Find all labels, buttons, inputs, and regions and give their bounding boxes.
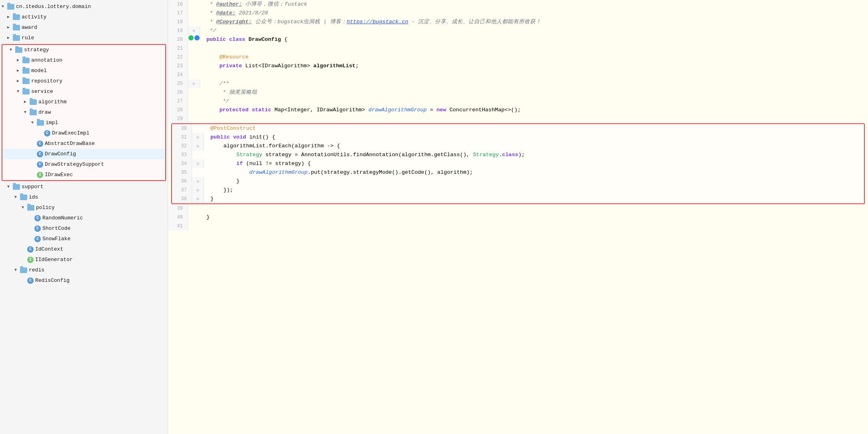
tree-label-DrawExecImpl: DrawExecImpl: [52, 129, 90, 138]
code-line-26: 26 * 抽奖策略组: [168, 88, 868, 97]
tree-item-impl[interactable]: impl: [2, 118, 165, 128]
tree-arrow: [24, 98, 30, 106]
tree-item-award[interactable]: award: [0, 22, 168, 33]
tree-item-policy[interactable]: policy: [0, 203, 168, 213]
line-content: public class DrawConfig {: [200, 35, 868, 44]
line-gutter: ◇: [192, 133, 204, 142]
tree-label-AbstractDrawBase: AbstractDrawBase: [45, 139, 95, 148]
tree-item-ShortCode[interactable]: C ShortCode: [0, 223, 168, 234]
line-number: 22: [168, 53, 188, 62]
line-gutter: ◇: [192, 186, 204, 195]
tree-label-ShortCode: ShortCode: [42, 224, 70, 233]
folder-icon: [30, 99, 37, 105]
tree-label-ids: ids: [29, 193, 38, 202]
tree-item-DrawConfig[interactable]: C DrawConfig: [2, 149, 165, 159]
line-gutter: [188, 35, 200, 40]
code-line-38: 38 ◇ }: [172, 195, 864, 203]
debug-icon[interactable]: [194, 35, 200, 40]
tree-item-service[interactable]: service: [2, 86, 165, 97]
tree-item-annotation[interactable]: annotation: [2, 55, 165, 66]
line-number: 25: [168, 79, 188, 88]
tree-label-RedisConfig: RedisConfig: [35, 276, 70, 285]
code-editor: 16 * @author: 小博哥，微信：fustack 17 * @date:…: [168, 0, 868, 434]
line-number: 28: [168, 106, 188, 115]
line-content: private List<IDrawAlgorithm> algorithmLi…: [200, 62, 868, 70]
tree-item-activity[interactable]: activity: [0, 12, 168, 22]
tree-item-SnowFlake[interactable]: C SnowFlake: [0, 234, 168, 244]
line-content: algorithmList.forEach(algorithm -> {: [204, 142, 864, 151]
tree-item-model[interactable]: model: [2, 66, 165, 76]
class-icon-c: C: [27, 277, 34, 284]
tree-item-IIdGenerator[interactable]: I IIdGenerator: [0, 255, 168, 265]
tree-item-IDrawExec[interactable]: I IDrawExec: [2, 170, 165, 180]
line-number: 29: [168, 115, 188, 123]
line-number: 18: [168, 18, 188, 26]
code-line-39: 39: [168, 204, 868, 213]
line-number: 37: [172, 186, 192, 195]
code-line-30: 30 @PostConstruct: [172, 124, 864, 133]
folder-icon: [22, 68, 30, 74]
gutter-arrow-icon: ◇: [196, 142, 199, 151]
code-line-17: 17 * @date: 2021/8/28: [168, 9, 868, 18]
tree-item-DrawStrategySupport[interactable]: C DrawStrategySupport: [2, 159, 165, 170]
code-line-41: 41: [168, 222, 868, 231]
line-gutter: ◇: [192, 159, 204, 168]
tree-label-impl: impl: [46, 119, 58, 127]
tree-label-DrawStrategySupport: DrawStrategySupport: [45, 160, 104, 169]
tree-item-DrawExecImpl[interactable]: C DrawExecImpl: [2, 128, 165, 139]
code-line-28: 28 protected static Map<Integer, IDrawAl…: [168, 106, 868, 115]
line-content: Strategy strategy = AnnotationUtils.find…: [204, 151, 864, 159]
tree-item-RandomNumeric[interactable]: C RandomNumeric: [0, 213, 168, 223]
line-content: * @author: 小博哥，微信：fustack: [200, 0, 868, 9]
tree-label-draw: draw: [38, 108, 51, 117]
line-content: drawAlgorithmGroup.put(strategy.strategy…: [204, 168, 864, 177]
tree-arrow: [7, 34, 13, 42]
tree-label-rule: rule: [22, 34, 34, 42]
tree-arrow: [7, 183, 13, 191]
tree-label-policy: policy: [36, 203, 55, 212]
tree-item-ids[interactable]: ids: [0, 192, 168, 203]
tree-root[interactable]: cn.itedus.lottery.domain: [0, 2, 168, 12]
class-icon-c: C: [37, 161, 43, 168]
line-number: 41: [168, 222, 188, 231]
tree-item-support[interactable]: support: [0, 182, 168, 192]
code-line-33: 33 Strategy strategy = AnnotationUtils.f…: [172, 151, 864, 159]
line-content: */: [200, 97, 868, 106]
tree-arrow: [17, 56, 22, 65]
line-number: 34: [172, 159, 192, 168]
tree-item-repository[interactable]: repository: [2, 76, 165, 86]
line-content: @PostConstruct: [204, 124, 864, 133]
line-gutter: ◇: [192, 195, 204, 203]
folder-icon: [13, 35, 20, 41]
line-number: 26: [168, 88, 188, 97]
class-icon-c: C: [37, 141, 43, 147]
gutter-arrow-icon: ◇: [196, 133, 199, 142]
line-content: /**: [200, 79, 868, 88]
tree-label-annotation: annotation: [31, 56, 62, 65]
tree-label-support: support: [22, 183, 44, 191]
code-line-37: 37 ◇ });: [172, 186, 864, 195]
gutter-arrow-icon: ◇: [196, 195, 199, 203]
code-area: 16 * @author: 小博哥，微信：fustack 17 * @date:…: [168, 0, 868, 231]
line-number: 40: [168, 213, 188, 222]
run-icon[interactable]: [188, 35, 194, 40]
code-line-25: 25 ◇ /**: [168, 79, 868, 88]
folder-icon: [7, 4, 14, 10]
tree-item-rule[interactable]: rule: [0, 33, 168, 43]
line-number: 23: [168, 62, 188, 70]
tree-item-draw[interactable]: draw: [2, 107, 165, 118]
code-line-32: 32 ◇ algorithmList.forEach(algorithm -> …: [172, 142, 864, 151]
line-number: 35: [172, 168, 192, 177]
tree-item-redis[interactable]: redis: [0, 265, 168, 275]
tree-item-IdContext[interactable]: C IdContext: [0, 244, 168, 255]
tree-item-AbstractDrawBase[interactable]: C AbstractDrawBase: [2, 139, 165, 149]
tree-label-redis: redis: [29, 266, 44, 275]
tree-item-RedisConfig[interactable]: C RedisConfig: [0, 275, 168, 286]
tree-label-algorithm: algorithm: [38, 98, 66, 106]
line-content: * @Copyright: 公众号：bugstack虫洞栈 | 博客：https…: [200, 18, 868, 26]
code-line-27: 27 */: [168, 97, 868, 106]
line-number: 20: [168, 35, 188, 44]
tree-item-algorithm[interactable]: algorithm: [2, 97, 165, 107]
class-icon-c: C: [37, 151, 43, 157]
tree-item-strategy[interactable]: strategy: [2, 45, 165, 55]
